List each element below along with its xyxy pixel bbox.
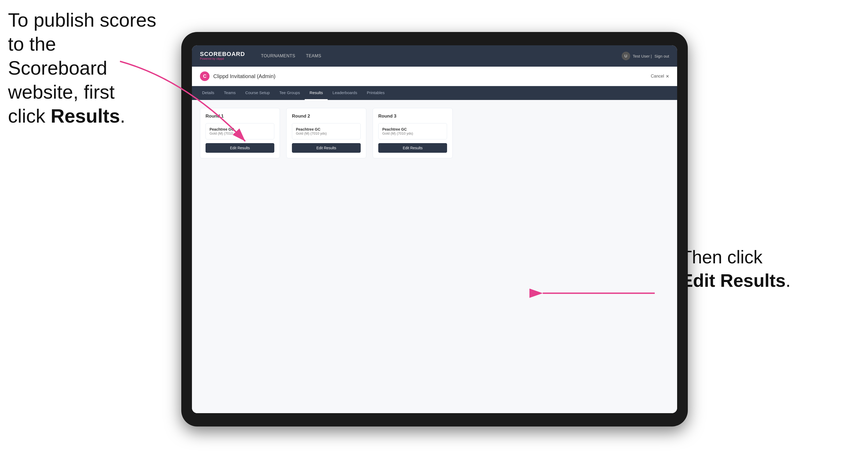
tablet-screen: SCOREBOARD Powered by clippd TOURNAMENTS… — [192, 45, 677, 413]
content-area: Round 1 Peachtree GC Gold (M) (7010 yds)… — [192, 100, 677, 413]
round-3-course-card: Peachtree GC Gold (M) (7010 yds) — [378, 123, 447, 139]
nav-right: U Test User | Sign out — [622, 52, 669, 60]
user-avatar: U — [622, 52, 630, 60]
round-1-course-sub: Gold (M) (7010 yds) — [210, 131, 270, 135]
round-2-card: Round 2 Peachtree GC Gold (M) (7010 yds)… — [286, 108, 366, 158]
tab-details[interactable]: Details — [197, 86, 219, 100]
round-1-card: Round 1 Peachtree GC Gold (M) (7010 yds)… — [200, 108, 280, 158]
tablet-device: SCOREBOARD Powered by clippd TOURNAMENTS… — [181, 32, 688, 427]
logo-text: SCOREBOARD — [200, 51, 245, 57]
round-2-title: Round 2 — [292, 114, 361, 119]
round-3-title: Round 3 — [378, 114, 447, 119]
round-1-edit-results-button[interactable]: Edit Results — [206, 143, 274, 153]
sign-out-link[interactable]: Sign out — [654, 54, 669, 58]
tournament-header: C Clippd Invitational (Admin) Cancel ✕ — [192, 67, 677, 86]
round-2-course-card: Peachtree GC Gold (M) (7010 yds) — [292, 123, 361, 139]
logo-area: SCOREBOARD Powered by clippd — [200, 51, 245, 61]
round-2-course-name: Peachtree GC — [296, 127, 357, 131]
round-2-course-sub: Gold (M) (7010 yds) — [296, 131, 357, 135]
round-3-edit-results-button[interactable]: Edit Results — [378, 143, 447, 153]
round-1-course-card: Peachtree GC Gold (M) (7010 yds) — [206, 123, 274, 139]
round-3-card: Round 3 Peachtree GC Gold (M) (7010 yds)… — [373, 108, 453, 158]
round-3-course-name: Peachtree GC — [382, 127, 443, 131]
round-3-course-sub: Gold (M) (7010 yds) — [382, 131, 443, 135]
tab-results[interactable]: Results — [305, 86, 328, 100]
logo-sub-text: Powered by clippd — [200, 57, 245, 61]
rounds-grid: Round 1 Peachtree GC Gold (M) (7010 yds)… — [200, 108, 669, 158]
tab-leaderboards[interactable]: Leaderboards — [328, 86, 362, 100]
top-nav: SCOREBOARD Powered by clippd TOURNAMENTS… — [192, 45, 677, 67]
tab-teams[interactable]: Teams — [219, 86, 241, 100]
instruction-text-2: Then click Edit Results. — [681, 245, 791, 292]
round-1-title: Round 1 — [206, 114, 274, 119]
tab-printables[interactable]: Printables — [362, 86, 390, 100]
nav-tournaments[interactable]: TOURNAMENTS — [261, 54, 296, 58]
nav-teams[interactable]: TEAMS — [306, 54, 321, 58]
user-name: Test User | — [633, 54, 652, 58]
tournament-icon: C — [200, 71, 210, 81]
round-2-edit-results-button[interactable]: Edit Results — [292, 143, 361, 153]
cancel-button[interactable]: Cancel ✕ — [651, 74, 669, 79]
tournament-name: Clippd Invitational (Admin) — [213, 73, 275, 80]
tabs-bar: Details Teams Course Setup Tee Groups Re… — [192, 86, 677, 100]
instruction-text-1: To publish scores to the Scoreboard webs… — [8, 8, 157, 128]
tab-tee-groups[interactable]: Tee Groups — [275, 86, 305, 100]
round-1-course-name: Peachtree GC — [210, 127, 270, 131]
tab-course-setup[interactable]: Course Setup — [241, 86, 275, 100]
